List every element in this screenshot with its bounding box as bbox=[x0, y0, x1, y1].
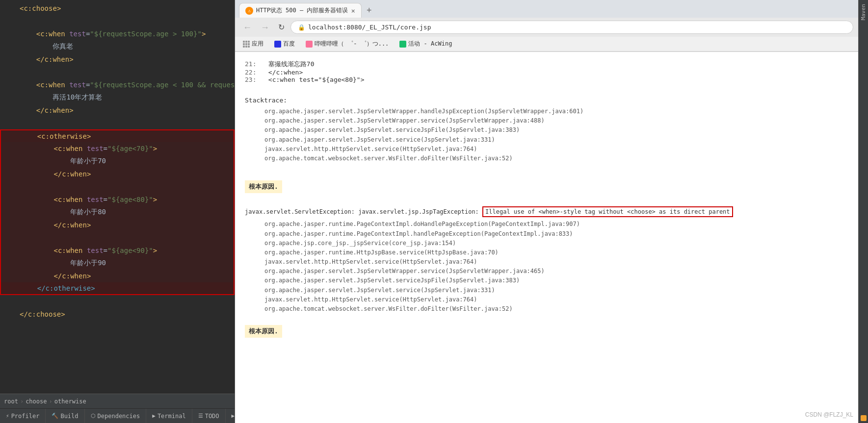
dependencies-label: Dependencies bbox=[98, 413, 140, 420]
stacktrace-line: org.apache.jasper.servlet.JspServlet.ser… bbox=[264, 276, 848, 285]
line-code: <c:when test="${requestScope.age < 100 &… bbox=[20, 81, 235, 89]
stacktrace-line: org.apache.jasper.servlet.JspServlet.ser… bbox=[264, 135, 848, 145]
root-cause-label-2: 根本原因. bbox=[245, 325, 282, 338]
otherwise-line bbox=[0, 231, 235, 244]
back-button[interactable]: ← bbox=[240, 22, 255, 33]
code-line: 再活10年才算老 bbox=[0, 91, 235, 104]
stacktrace-line: org.apache.jasper.servlet.JspServletWrap… bbox=[264, 107, 848, 116]
address-bar: ← → ↻ 🔒 localhost:8080/_EL_JSTL/core.jsp bbox=[235, 18, 858, 37]
line-code: <c:when test="${age<90}"> bbox=[21, 247, 234, 254]
breadcrumb-root: root bbox=[4, 398, 18, 405]
extra-button[interactable]: ▶ bbox=[226, 409, 235, 423]
stacktrace-line: org.apache.jasper.servlet.JspServlet.ser… bbox=[264, 286, 848, 295]
line-num-21: 21: bbox=[245, 60, 264, 68]
otherwise-line bbox=[0, 180, 235, 193]
bookmark-baidu[interactable]: 百度 bbox=[271, 39, 298, 49]
new-tab-button[interactable]: + bbox=[363, 3, 376, 18]
forward-button[interactable]: → bbox=[258, 22, 272, 33]
dependencies-button[interactable]: ⬡ Dependencies bbox=[85, 409, 147, 423]
tab-favicon: ⚠ bbox=[245, 7, 253, 15]
code-preview-line: 23: <c:when test="${age<80}"> bbox=[245, 76, 848, 83]
line-code: <c:otherwise> bbox=[21, 132, 234, 140]
otherwise-line: </c:when> bbox=[0, 219, 235, 231]
line-code: <c:choose> bbox=[20, 4, 235, 12]
code-content: <c:choose> <c:when test="${requestScope.… bbox=[0, 0, 235, 394]
otherwise-line: </c:when> bbox=[0, 270, 235, 282]
code-preview-line: 22: </c:when> bbox=[245, 69, 848, 76]
error-highlighted-message: Illegal use of <when>-style tag without … bbox=[482, 206, 733, 217]
line-code: <c:when test="${age<80}"> bbox=[21, 196, 234, 203]
breadcrumb-choose: choose bbox=[26, 398, 47, 405]
reload-button[interactable]: ↻ bbox=[275, 22, 288, 33]
otherwise-line: <c:when test="${age<70}"> bbox=[0, 142, 235, 155]
otherwise-line: 年龄小于90 bbox=[0, 257, 235, 270]
code-line bbox=[0, 66, 235, 78]
line-code: 再活10年才算老 bbox=[20, 93, 235, 102]
profiler-button[interactable]: ⚡ Profiler bbox=[0, 409, 46, 423]
warning-badge bbox=[861, 415, 867, 421]
browser-chrome: ⚠ HTTP状态 500 – 内部服务器错误 × + ← → ↻ 🔒 local… bbox=[235, 0, 858, 52]
code-preview-line: 21: 塞撮线渐忘路70 bbox=[245, 60, 848, 69]
line-num-22: 22: bbox=[245, 69, 264, 76]
code-line: <c:choose> bbox=[0, 2, 235, 15]
code-line bbox=[0, 117, 235, 129]
breadcrumb-otherwise: otherwise bbox=[54, 398, 86, 405]
bookmark-bilibili-label: 哔哩哔哩（ ゜- ゜）つ... bbox=[315, 40, 389, 48]
csdn-watermark: CSDN @FLZJ_KL bbox=[805, 411, 853, 418]
stacktrace-line: org.apache.jasper.servlet.JspServletWrap… bbox=[264, 267, 848, 276]
stacktrace-line: org.apache.tomcat.websocket.server.WsFil… bbox=[264, 304, 848, 314]
url-bar[interactable]: 🔒 localhost:8080/_EL_JSTL/core.jsp bbox=[290, 21, 853, 34]
build-icon: 🔨 bbox=[52, 413, 58, 419]
code-line: </c:when> bbox=[0, 104, 235, 117]
extra-icon: ▶ bbox=[232, 413, 235, 419]
lock-icon: 🔒 bbox=[298, 24, 305, 31]
root-cause-box: 根本原因. bbox=[245, 176, 848, 197]
line-code: <c:when test="${requestScope.age > 100}"… bbox=[20, 30, 235, 38]
otherwise-line: <c:when test="${age<80}"> bbox=[0, 193, 235, 206]
baidu-favicon bbox=[274, 41, 281, 48]
line-num-23: 23: bbox=[245, 76, 264, 83]
line-code: </c:choose> bbox=[20, 310, 235, 318]
breadcrumb: root › choose › otherwise bbox=[4, 398, 231, 405]
stacktrace-section: Stacktrace: org.apache.jasper.servlet.Js… bbox=[245, 97, 848, 163]
line-code: 年龄小于90 bbox=[21, 259, 234, 268]
code-line bbox=[0, 15, 235, 27]
code-line: </c:choose> bbox=[0, 308, 235, 321]
terminal-button[interactable]: ▶ Terminal bbox=[146, 409, 192, 423]
line-code: 你真老 bbox=[20, 42, 235, 51]
line-code: </c:when> bbox=[20, 55, 235, 63]
line-text-23: <c:when test="${age<80}"> bbox=[268, 76, 365, 83]
otherwise-block-start: <c:otherwise> bbox=[0, 129, 235, 142]
bookmark-acwing[interactable]: 活动 - AcWing bbox=[396, 39, 455, 49]
terminal-label: Terminal bbox=[158, 413, 186, 420]
bookmark-baidu-label: 百度 bbox=[283, 40, 295, 48]
todo-icon: ☰ bbox=[198, 413, 203, 419]
line-code: 年龄小于80 bbox=[21, 208, 234, 217]
line-code: </c:when> bbox=[21, 221, 234, 229]
stacktrace-line: javax.servlet.http.HttpServlet.service(H… bbox=[264, 145, 848, 154]
stacktrace-line: org.apache.jasper.servlet.JspServlet.ser… bbox=[264, 125, 848, 135]
line-text-21: 塞撮线渐忘路70 bbox=[268, 60, 315, 68]
otherwise-line: <c:when test="${age<90}"> bbox=[0, 244, 235, 257]
maven-tab[interactable]: Maven bbox=[858, 0, 868, 24]
otherwise-line: </c:when> bbox=[0, 168, 235, 180]
build-button[interactable]: 🔨 Build bbox=[46, 409, 84, 423]
browser-active-tab[interactable]: ⚠ HTTP状态 500 – 内部服务器错误 × bbox=[239, 3, 362, 18]
bookmark-apps[interactable]: 应用 bbox=[240, 39, 266, 49]
tab-title: HTTP状态 500 – 内部服务器错误 bbox=[256, 6, 348, 15]
stacktrace-line: org.apache.jasper.runtime.HttpJspBase.se… bbox=[264, 248, 848, 257]
breadcrumb-sep2: › bbox=[49, 398, 53, 405]
terminal-icon: ▶ bbox=[152, 413, 156, 419]
line-code: </c:when> bbox=[20, 106, 235, 114]
browser-tab-bar: ⚠ HTTP状态 500 – 内部服务器错误 × + bbox=[235, 0, 858, 18]
code-line: <c:when test="${requestScope.age > 100}"… bbox=[0, 27, 235, 40]
tab-close-button[interactable]: × bbox=[351, 7, 355, 14]
bookmark-bilibili[interactable]: 哔哩哔哩（ ゜- ゜）つ... bbox=[303, 39, 392, 49]
editor-status-bar: root › choose › otherwise bbox=[0, 394, 235, 408]
todo-button[interactable]: ☰ TODO bbox=[192, 409, 226, 423]
apps-grid-icon bbox=[243, 41, 250, 48]
browser-content[interactable]: 21: 塞撮线渐忘路70 22: </c:when> 23: <c:when t… bbox=[235, 52, 858, 423]
todo-label: TODO bbox=[205, 413, 219, 420]
build-label: Build bbox=[60, 413, 78, 420]
line-code: <c:when test="${age<70}"> bbox=[21, 145, 234, 152]
